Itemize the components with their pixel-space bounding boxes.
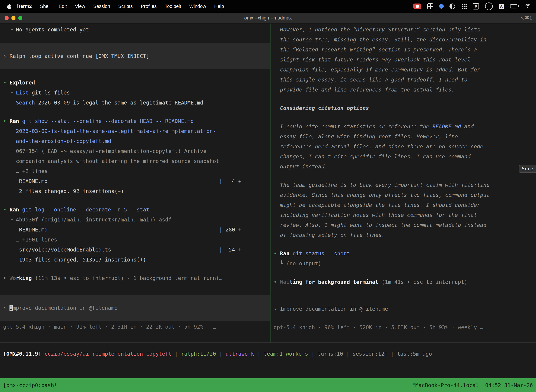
tmux-panes: └ No agents completed yet› Ralph loop ac… (0, 23, 536, 342)
spacer (3, 283, 266, 295)
text-segment: evidence. Since this change only affects… (274, 192, 490, 198)
screen-recording-indicator-icon[interactable] (413, 4, 421, 9)
tmux-status-bar: [omx-cczip0:bash* "MacBook-Pro-44.local"… (0, 378, 536, 392)
text-segment: • (274, 279, 280, 285)
text-segment: (no output) (286, 261, 321, 267)
terminal-line: └ (no output) (274, 258, 532, 269)
menu-item-help[interactable]: Help (210, 4, 228, 9)
terminal-line: references need actual files, and since … (274, 142, 532, 152)
text-segment: Ran (280, 250, 289, 257)
window-title: omx --xhigh --madmax (244, 15, 292, 21)
wifi-icon[interactable] (525, 3, 531, 9)
text-segment: the “Related research writing” section i… (274, 47, 477, 53)
prompt-input-left[interactable]: › Improve documentation in @filename (0, 295, 270, 321)
terminal-line: essay file, along with finding root file… (274, 131, 532, 142)
terminal-line: gpt-5.4 xhigh · main · 91% left · 2.31M … (3, 322, 266, 332)
text-segment: might be acceptable alongside the file l… (274, 202, 480, 208)
text-segment: Wai (280, 279, 289, 285)
text-segment: review. Also, I might want to inspect th… (274, 222, 486, 228)
minimize-button[interactable] (11, 16, 15, 20)
zoom-button[interactable] (18, 16, 22, 20)
text-segment: However, I noticed the “Directory Struct… (274, 27, 480, 33)
text-segment: 1903 files changed, 513517 insertions(+) (3, 257, 146, 263)
text-segment: README.md | 280 + (3, 227, 241, 233)
input-source-icon[interactable]: A (499, 4, 504, 9)
text-segment: … +1901 lines (3, 237, 57, 243)
terminal-line: • Ran git log --oneline --decorate -n 5 … (3, 205, 266, 215)
menu-item-session[interactable]: Session (89, 4, 114, 9)
prompt-input-right[interactable]: › Improve documentation in @filename (274, 304, 532, 314)
text-segment: git show --stat --oneline --decorate HEA… (19, 118, 194, 124)
text-segment: › (3, 305, 10, 311)
terminal-area: └ No agents completed yet› Ralph loop ac… (0, 23, 536, 378)
key-badge-icon[interactable]: 8 (473, 3, 479, 9)
terminal-pane-right[interactable]: However, I noticed the “Directory Struct… (270, 23, 536, 342)
menu-item-shell[interactable]: Shell (36, 4, 55, 9)
text-segment: └ (3, 27, 16, 33)
text-segment: 2026-03-09-is-legal-the-same-as-legitima… (35, 100, 203, 106)
terminal-line: evidence. Since this change only affects… (274, 190, 532, 200)
blue-diamond-app-icon[interactable] (438, 3, 444, 9)
terminal-line: › Improve documentation in @filename (274, 304, 532, 314)
window-shortcut-badge: ⌥⌘1 (519, 15, 532, 21)
spacer (3, 265, 266, 273)
terminal-pane-left[interactable]: └ No agents completed yet› Ralph loop ac… (0, 23, 270, 342)
spacer (3, 69, 266, 78)
menu-item-scripts[interactable]: Scripts (114, 4, 137, 9)
half-circle-app-icon[interactable] (450, 4, 455, 9)
text-segment: • (3, 118, 10, 124)
text-segment: git log --oneline --decorate -n 5 --stat (19, 206, 149, 213)
text-segment: • (3, 206, 10, 213)
text-segment: ultrawork (225, 351, 254, 357)
text-segment: 2 files changed, 92 insertions(+) (3, 188, 124, 194)
text-segment: Ran (10, 118, 19, 124)
menu-item-profiles[interactable]: Profiles (137, 4, 161, 9)
terminal-line: companion file, especially if more comme… (274, 65, 532, 75)
terminal-line: [OMX#0.11.9] cczip/essay/ai-reimplementa… (3, 349, 532, 359)
terminal-line: review. Also, I might want to inspect th… (274, 220, 532, 230)
apple-menu-icon[interactable] (7, 3, 12, 9)
tmux-host-clock: "MacBook-Pro-44.local" 04:52 31-Mar-26 (412, 382, 533, 388)
text-segment: [OMX#0.11.9] (3, 351, 44, 357)
menu-item-toolbelt[interactable]: Toolbelt (161, 4, 185, 9)
text-segment: 067f154 (HEAD -> essay/ai-reimplementati… (16, 148, 206, 154)
terminal-line: › Improve documentation in @filename (3, 303, 266, 313)
terminal-line: 2 files changed, 92 insertions(+) (3, 186, 266, 196)
traffic-lights (5, 13, 22, 23)
terminal-line: this single essay, it seems like a good … (274, 75, 532, 85)
text-segment: | (216, 351, 225, 357)
dots-grid-icon[interactable] (461, 4, 467, 9)
terminal-line: • Ran git status --short (274, 248, 532, 258)
menubar-status-icons: 8 .61 A (413, 2, 531, 10)
text-segment: Ran (10, 206, 19, 213)
text-segment: companion analysis without altering the … (3, 158, 219, 164)
text-segment: slight risk that future readers may over… (274, 56, 471, 63)
text-segment: | (343, 351, 353, 357)
menu-item-window[interactable]: Window (185, 4, 210, 9)
battery-icon[interactable] (510, 4, 519, 9)
close-button[interactable] (5, 16, 9, 20)
terminal-line: gpt-5.4 xhigh · 96% left · 520K in · 5.8… (274, 322, 532, 332)
text-segment: src/voice/voiceModeEnabled.ts | 54 + (3, 247, 241, 253)
omx-status-line: [OMX#0.11.9] cczip/essay/ai-reimplementa… (3, 349, 532, 359)
window-grid-icon[interactable] (427, 3, 433, 9)
text-segment: … +2 lines (3, 168, 48, 174)
menu-app-name[interactable]: iTerm2 (15, 4, 36, 9)
window-titlebar: omx --xhigh --madmax ⌥⌘1 (0, 13, 536, 23)
spacer (274, 113, 532, 121)
menu-item-edit[interactable]: Edit (55, 4, 71, 9)
terminal-line: including verification notes with those … (274, 210, 532, 220)
menu-item-view[interactable]: View (71, 4, 89, 9)
terminal-line: companion analysis without altering the … (3, 156, 266, 166)
text-segment: README.md | 4 + (3, 178, 241, 184)
text-segment: Improve documentation in @filename (280, 306, 388, 312)
clipped-tooltip: Scre (519, 165, 536, 173)
text-segment: I could cite commit statistics or refere… (274, 123, 432, 130)
text-segment (3, 100, 16, 106)
spacer (274, 172, 532, 180)
text-segment: I (10, 305, 13, 311)
percent-badge-icon[interactable]: .61 (485, 2, 493, 10)
text-segment: last:5m ago (397, 351, 432, 357)
terminal-line: • Ran git show --stat --oneline --decora… (3, 116, 266, 126)
terminal-line: 2026-03-09-is-legal-the-same-as-legitima… (3, 126, 266, 136)
